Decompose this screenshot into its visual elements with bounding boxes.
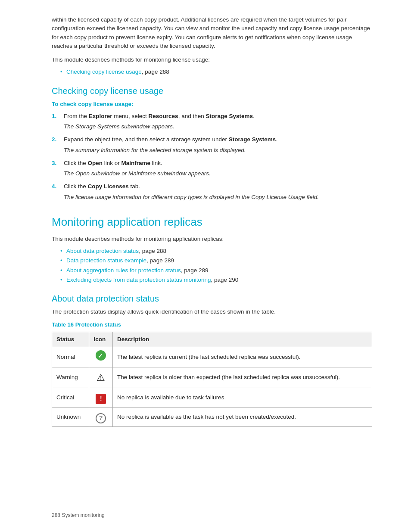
table-row: Unknown ? No replica is available as the… <box>52 408 372 427</box>
step-4-sub: The license usage information for differ… <box>64 193 372 202</box>
col-icon: Icon <box>89 332 113 347</box>
step-1-sub: The Storage Systems subwindow appears. <box>64 122 372 131</box>
monitoring-desc: This module describes methods for monito… <box>52 235 372 243</box>
step-num-3: 3. <box>52 159 64 168</box>
step-3: 3. Click the Open link or Mainframe link… <box>52 159 372 178</box>
step-1-content: From the Explorer menu, select Resources… <box>64 112 372 131</box>
protection-example-link[interactable]: Data protection status example <box>66 257 146 264</box>
list-item: Checking copy license usage, page 288 <box>60 68 372 76</box>
table-row: Warning ⚠ The latest replica is older th… <box>52 367 372 388</box>
section-about-title: About data protection status <box>52 292 372 305</box>
step-1: 1. From the Explorer menu, select Resour… <box>52 112 372 131</box>
monitoring-links-list: About data protection status, page 288 D… <box>60 247 372 284</box>
unknown-icon: ? <box>96 413 106 423</box>
step-3-sub: The Open subwindow or Mainframe subwindo… <box>64 169 372 178</box>
section-checking-title: Checking copy license usage <box>52 84 372 97</box>
desc-warning: The latest replica is older than expecte… <box>113 367 372 388</box>
list-item-2: Data protection status example, page 289 <box>60 256 372 265</box>
table-title: Table 16 Protection status <box>52 320 372 329</box>
status-normal: Normal <box>52 347 89 367</box>
col-description: Description <box>113 332 372 347</box>
about-desc: The protection status display allows qui… <box>52 308 372 316</box>
icon-warning-cell: ⚠ <box>89 367 113 388</box>
subsection-label: To check copy license usage: <box>52 100 372 109</box>
aggregation-rules-link[interactable]: About aggregation rules for protection s… <box>66 267 181 274</box>
step-num-4: 4. <box>52 182 64 191</box>
step-4-content: Click the Copy Licenses tab. The license… <box>64 182 372 202</box>
step-3-content: Click the Open link or Mainframe link. T… <box>64 159 372 178</box>
table-row: Normal The latest replica is current (th… <box>52 347 372 367</box>
icon-critical-cell: ! <box>89 388 113 408</box>
step-num-2: 2. <box>52 135 64 144</box>
footer: 288 System monitoring <box>52 511 105 519</box>
icon-normal-cell <box>89 347 113 367</box>
col-status: Status <box>52 332 89 347</box>
section-monitoring-title: Monitoring application replicas <box>52 214 372 230</box>
footer-text: System monitoring <box>62 512 104 518</box>
link-page: , page 288 <box>142 68 169 75</box>
icon-unknown-cell: ? <box>89 408 113 427</box>
desc-normal: The latest replica is current (the last … <box>113 347 372 367</box>
list-item-3: About aggregation rules for protection s… <box>60 266 372 275</box>
protection-status-table: Status Icon Description Normal The lates… <box>52 332 372 427</box>
table-header-row: Status Icon Description <box>52 332 372 347</box>
status-warning: Warning <box>52 367 89 388</box>
intro-paragraph: within the licensed capacity of each cop… <box>52 16 372 50</box>
footer-page-num: 288 <box>52 512 60 518</box>
desc-unknown: No replica is available as the task has … <box>113 408 372 427</box>
status-unknown: Unknown <box>52 408 89 427</box>
normal-icon <box>96 350 106 361</box>
checking-link[interactable]: Checking copy license usage <box>66 68 142 75</box>
desc-critical: No replica is available due to task fail… <box>113 388 372 408</box>
steps-list: 1. From the Explorer menu, select Resour… <box>52 112 372 202</box>
step-num-1: 1. <box>52 112 64 121</box>
list-item-4: Excluding objects from data protection s… <box>60 276 372 284</box>
critical-icon: ! <box>96 394 106 404</box>
step-2-content: Expand the object tree, and then select … <box>64 135 372 155</box>
step-2: 2. Expand the object tree, and then sele… <box>52 135 372 155</box>
warning-icon: ⚠ <box>97 370 105 385</box>
module-desc: This module describes methods for monito… <box>52 56 372 64</box>
intro-links-list: Checking copy license usage, page 288 <box>60 68 372 76</box>
excluding-objects-link[interactable]: Excluding objects from data protection s… <box>66 277 211 283</box>
status-critical: Critical <box>52 388 89 408</box>
page-container: within the licensed capacity of each cop… <box>0 0 411 532</box>
about-protection-link[interactable]: About data protection status <box>66 248 139 254</box>
step-2-sub: The summary information for the selected… <box>64 146 372 155</box>
list-item-1: About data protection status, page 288 <box>60 247 372 255</box>
step-4: 4. Click the Copy Licenses tab. The lice… <box>52 182 372 202</box>
table-row: Critical ! No replica is available due t… <box>52 388 372 408</box>
